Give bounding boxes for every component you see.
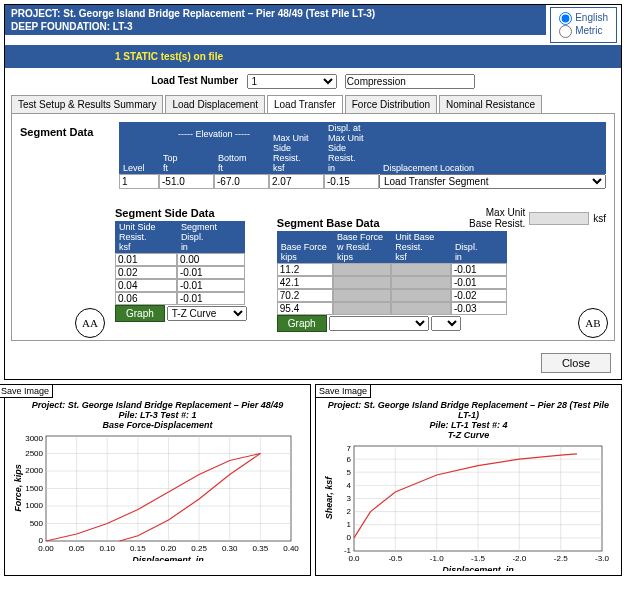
base-data-title: Segment Base Data: [277, 217, 380, 229]
seg-max-resist[interactable]: [269, 174, 324, 189]
chart-right-plot: -101234567 0.0-0.5-1.0-1.5-2.0-2.5-3.0 D…: [322, 441, 612, 571]
project-bar: PROJECT: St. George Island Bridge Replac…: [5, 5, 546, 35]
svg-text:-3.0: -3.0: [595, 554, 609, 563]
segment-data-title: Segment Data: [20, 122, 115, 138]
svg-text:0.30: 0.30: [222, 544, 238, 553]
svg-text:500: 500: [30, 519, 44, 528]
svg-text:Force, kips: Force, kips: [13, 464, 23, 512]
load-test-number-select[interactable]: 1: [247, 74, 337, 89]
load-transfer-panel: Segment Data Level ----- Elevation -----…: [11, 113, 615, 341]
svg-text:-1.5: -1.5: [471, 554, 485, 563]
svg-text:0.00: 0.00: [38, 544, 54, 553]
svg-text:0.15: 0.15: [130, 544, 146, 553]
chart-left-title: Project: St. George Island Bridge Replac…: [11, 401, 304, 431]
svg-text:3000: 3000: [25, 434, 43, 443]
svg-text:Shear, ksf: Shear, ksf: [324, 475, 334, 519]
svg-text:-2.5: -2.5: [554, 554, 568, 563]
chart-left: Save Image Project: St. George Island Br…: [4, 384, 311, 576]
svg-text:4: 4: [347, 481, 352, 490]
chart-left-plot: 050010001500200025003000 0.000.050.100.1…: [11, 431, 301, 561]
svg-text:0: 0: [347, 533, 352, 542]
segment-data-section: Segment Data Level ----- Elevation -----…: [20, 122, 606, 189]
svg-text:0.05: 0.05: [69, 544, 85, 553]
svg-text:0.25: 0.25: [191, 544, 207, 553]
segment-data-table: Level ----- Elevation ----- Max Unit Sid…: [119, 122, 606, 189]
seg-displ[interactable]: [324, 174, 379, 189]
svg-text:0.40: 0.40: [283, 544, 299, 553]
chart-right-title: Project: St. George Island Bridge Replac…: [322, 401, 615, 441]
svg-text:-2.0: -2.0: [512, 554, 526, 563]
svg-text:3: 3: [347, 494, 352, 503]
max-unit-value: [529, 212, 589, 225]
svg-text:0.0: 0.0: [348, 554, 360, 563]
svg-text:6: 6: [347, 455, 352, 464]
units-selector: English Metric: [550, 7, 617, 43]
top-header: PROJECT: St. George Island Bridge Replac…: [5, 5, 621, 45]
svg-text:0.20: 0.20: [161, 544, 177, 553]
seg-bottom[interactable]: [214, 174, 269, 189]
marker-ab: AB: [578, 308, 608, 338]
main-window: PROJECT: St. George Island Bridge Replac…: [4, 4, 622, 380]
svg-text:5: 5: [347, 468, 352, 477]
svg-text:0.10: 0.10: [99, 544, 115, 553]
tab-load-displacement[interactable]: Load Displacement: [165, 95, 265, 113]
side-graph-select[interactable]: T-Z Curve: [167, 306, 247, 321]
base-graph-select-2[interactable]: [431, 316, 461, 331]
svg-text:2500: 2500: [25, 449, 43, 458]
svg-text:1: 1: [347, 520, 352, 529]
svg-text:2: 2: [347, 507, 352, 516]
save-image-right[interactable]: Save Image: [315, 384, 371, 398]
foundation-title: DEEP FOUNDATION: LT-3: [11, 21, 540, 32]
base-graph-select[interactable]: [329, 316, 429, 331]
tab-bar: Test Setup & Results Summary Load Displa…: [5, 95, 621, 113]
static-tests-bar: 1 STATIC test(s) on file: [5, 45, 621, 68]
seg-level[interactable]: [119, 174, 159, 189]
svg-text:Displacement, in: Displacement, in: [132, 555, 204, 561]
tab-force-distribution[interactable]: Force Distribution: [345, 95, 437, 113]
svg-text:-0.5: -0.5: [388, 554, 402, 563]
svg-text:2000: 2000: [25, 466, 43, 475]
close-row: Close: [5, 347, 621, 379]
load-test-type: [345, 74, 475, 89]
base-data-table: Base Forcekips Base Force w Resid.kips U…: [277, 231, 507, 315]
project-title: PROJECT: St. George Island Bridge Replac…: [11, 8, 540, 19]
max-unit-base-resist: Max Unit Base Resist. ksf: [465, 207, 606, 229]
side-data-table: Unit Side Resist.ksf Segment Displ.in: [115, 221, 245, 305]
close-button[interactable]: Close: [541, 353, 611, 373]
segment-row: Load Transfer Segment: [119, 174, 606, 189]
segment-side-data: Segment Side Data Unit Side Resist.ksf S…: [115, 207, 247, 332]
units-english[interactable]: English: [559, 12, 608, 25]
svg-text:0.35: 0.35: [253, 544, 269, 553]
segment-base-data: Segment Base Data Max Unit Base Resist. …: [277, 207, 606, 332]
svg-text:1000: 1000: [25, 501, 43, 510]
seg-top[interactable]: [159, 174, 214, 189]
svg-text:7: 7: [347, 444, 352, 453]
marker-aa: AA: [75, 308, 105, 338]
tab-load-transfer[interactable]: Load Transfer: [267, 95, 343, 113]
side-data-title: Segment Side Data: [115, 207, 247, 219]
svg-text:1500: 1500: [25, 484, 43, 493]
chart-right: Save Image Project: St. George Island Br…: [315, 384, 622, 576]
charts-row: Save Image Project: St. George Island Br…: [4, 384, 622, 576]
seg-location-select[interactable]: Load Transfer Segment: [379, 174, 606, 189]
side-graph-button[interactable]: Graph: [115, 305, 165, 322]
tab-test-setup[interactable]: Test Setup & Results Summary: [11, 95, 163, 113]
base-graph-button[interactable]: Graph: [277, 315, 327, 332]
load-test-row: Load Test Number 1: [5, 68, 621, 95]
tab-nominal-resistance[interactable]: Nominal Resistance: [439, 95, 542, 113]
units-metric[interactable]: Metric: [559, 25, 608, 38]
save-image-left[interactable]: Save Image: [0, 384, 53, 398]
lower-data-row: Segment Side Data Unit Side Resist.ksf S…: [20, 207, 606, 332]
svg-text:Displacement, in: Displacement, in: [442, 565, 514, 571]
load-test-label: Load Test Number: [151, 75, 238, 86]
svg-text:-1.0: -1.0: [430, 554, 444, 563]
